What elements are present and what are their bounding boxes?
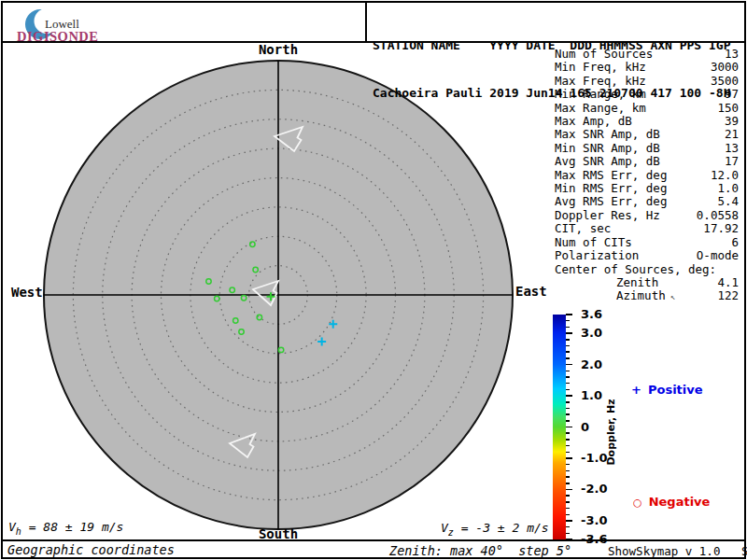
- param-value: 3000: [711, 61, 739, 74]
- param-value: 5.4: [717, 195, 739, 208]
- param-label: Center of Sources, deg:: [555, 263, 716, 276]
- colorbar-tick: [566, 320, 570, 322]
- colorbar-tick: [566, 357, 570, 359]
- compass-label-north: North: [259, 42, 298, 57]
- param-value: 4.1: [717, 276, 739, 289]
- param-value: 21: [725, 128, 739, 141]
- param-label: Min SNR Amp, dB: [555, 142, 660, 155]
- param-section-label: Center of Sources, deg:: [555, 263, 739, 276]
- colorbar-tick: [566, 508, 570, 510]
- param-row: Max SNR Amp, dB21: [555, 128, 739, 141]
- colorbar-tick: [566, 327, 570, 329]
- colorbar-tick-label: 2.0: [581, 357, 602, 371]
- colorbar-tick: [566, 345, 570, 347]
- param-value: 12.0: [711, 169, 739, 182]
- colorbar-tick-label: -2.0: [581, 482, 607, 496]
- param-value: 13: [725, 142, 739, 155]
- colorbar-tick: [566, 457, 572, 459]
- colorbar-tick: [566, 420, 570, 422]
- param-row: Num of CITs6: [555, 236, 739, 249]
- param-row: PolarizationO-mode: [555, 249, 739, 262]
- param-row: Doppler Res, Hz0.0558: [555, 209, 739, 222]
- app-version: ShowSkymap v 1.0 SD v 5.1: [608, 544, 747, 558]
- param-value: 6: [731, 236, 739, 249]
- colorbar-tick: [566, 389, 570, 391]
- param-value: 17: [725, 155, 739, 168]
- colorbar-tick: [566, 445, 570, 447]
- colorbar-tick: [566, 489, 572, 491]
- param-label: Num of Sources: [555, 48, 653, 61]
- horizontal-velocity-readout: Vh = 88 ± 19 m/s: [8, 520, 123, 537]
- param-row: Num of Sources13: [555, 48, 739, 61]
- colorbar-tick: [566, 401, 570, 403]
- colorbar-tick: [566, 364, 572, 366]
- param-value: 150: [717, 102, 739, 115]
- parameter-panel: Num of Sources13Min Freq, kHz3000Max Fre…: [555, 48, 739, 303]
- param-label: Azimuth↖: [616, 289, 675, 302]
- colorbar-tick: [566, 408, 570, 410]
- compass-label-west: West: [11, 285, 43, 300]
- param-label: Min Freq, kHz: [555, 61, 646, 74]
- param-value: O-mode: [697, 249, 739, 262]
- param-label: Max Range, km: [555, 102, 646, 115]
- param-value: 39: [725, 115, 739, 128]
- param-row: Min RMS Err, deg1.0: [555, 182, 739, 195]
- param-label: Avg RMS Err, deg: [555, 195, 667, 208]
- param-label: Polarization: [555, 249, 639, 262]
- param-label: Num of CITs: [555, 236, 632, 249]
- colorbar-tick: [566, 332, 572, 334]
- colorbar-ticks: 3.63.02.01.00-1.0-2.0-3.0-3.6: [566, 315, 607, 540]
- zenith-range-note: Zenith: max 40° step 5°: [389, 543, 571, 558]
- colorbar-tick: [566, 501, 570, 503]
- colorbar-tick: [566, 427, 572, 428]
- param-value: 3500: [711, 75, 739, 88]
- param-label: Max SNR Amp, dB: [555, 128, 660, 141]
- colorbar-tick-label: 3.6: [581, 307, 602, 321]
- colorbar-tick-label: -1.0: [581, 451, 607, 465]
- param-row: Max Amp, dB39: [555, 115, 739, 128]
- param-row: Max Freq, kHz3500: [555, 75, 739, 88]
- colorbar-tick: [566, 520, 572, 522]
- param-row: Azimuth↖122: [555, 289, 739, 302]
- colorbar-tick-label: 0: [581, 420, 589, 434]
- colorbar-tick: [566, 452, 570, 454]
- param-value: 17.92: [703, 222, 739, 235]
- param-label: Max RMS Err, deg: [555, 169, 667, 182]
- colorbar-tick: [566, 413, 570, 415]
- param-row: Min Range, km97: [555, 88, 739, 101]
- colorbar-tick: [566, 483, 570, 484]
- param-row: Avg SNR Amp, dB17: [555, 155, 739, 168]
- circle-icon: ○: [633, 497, 642, 509]
- legend-negative: ○Negative: [625, 481, 710, 509]
- param-label: Avg SNR Amp, dB: [555, 155, 660, 168]
- colorbar-tick: [566, 314, 572, 315]
- param-value: 13: [725, 48, 739, 61]
- param-row: Avg RMS Err, deg5.4: [555, 195, 739, 208]
- coordinates-note: Geographic coordinates: [7, 542, 175, 557]
- header-vertical-divider: [365, 1, 367, 41]
- colorbar-tick: [566, 495, 570, 497]
- param-label: Max Amp, dB: [555, 115, 632, 128]
- colorbar-tick: [566, 470, 570, 472]
- param-row: Max Range, km150: [555, 102, 739, 115]
- colorbar-tick: [566, 376, 570, 378]
- colorbar-tick-label: -3.0: [581, 513, 607, 527]
- compass-label-east: East: [515, 284, 547, 299]
- param-row: Min SNR Amp, dB13: [555, 142, 739, 155]
- doppler-colorbar: [553, 315, 566, 539]
- legend-positive: +Positive: [623, 369, 703, 397]
- param-value: 1.0: [717, 182, 739, 195]
- param-label: CIT, sec: [555, 222, 611, 235]
- colorbar-tick: [566, 476, 570, 478]
- digisonde-logo: Lowell DIGISONDE: [9, 5, 131, 42]
- legend-negative-label: Negative: [649, 495, 711, 509]
- param-row: Max RMS Err, deg12.0: [555, 169, 739, 182]
- colorbar-tick: [566, 432, 570, 434]
- colorbar-tick: [566, 439, 570, 441]
- colorbar-tick: [566, 351, 570, 353]
- param-value: 97: [725, 88, 739, 101]
- param-label: Max Freq, kHz: [555, 75, 646, 88]
- param-label: Doppler Res, Hz: [555, 209, 660, 222]
- vertical-velocity-readout: Vz = -3 ± 2 m/s: [441, 521, 549, 538]
- colorbar-tick-label: 3.0: [581, 326, 602, 340]
